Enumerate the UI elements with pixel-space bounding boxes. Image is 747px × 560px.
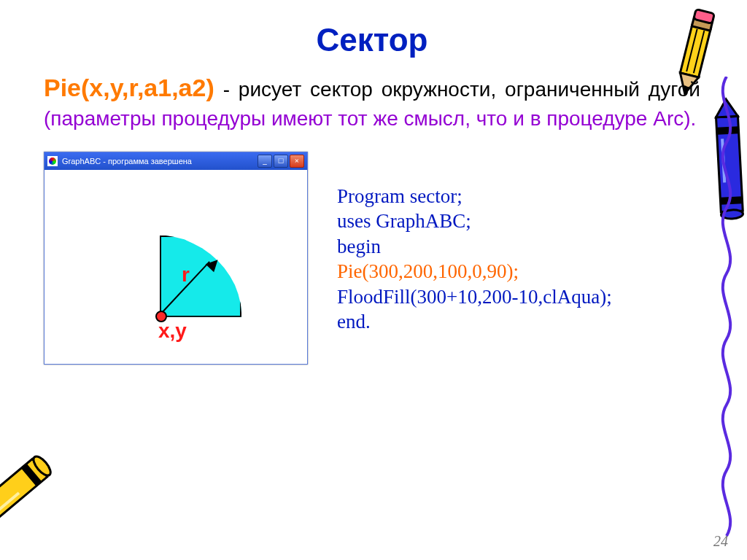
maximize-button[interactable]: □: [274, 155, 288, 168]
page-number: 24: [713, 533, 728, 550]
code-line: end.: [337, 309, 612, 335]
function-signature: Pie(x,y,r,a1,a2): [44, 74, 214, 101]
squiggle-decoration: [712, 77, 741, 543]
code-line: FloodFill(300+10,200-10,clAqua);: [337, 284, 612, 310]
label-xy: x,y: [158, 319, 187, 343]
close-button[interactable]: ×: [290, 155, 304, 168]
code-line-highlight: Pie(300,200,100,0,90);: [337, 259, 612, 284]
window-titlebar: GraphABC - программа завершена _ □ ×: [44, 152, 307, 170]
graphabc-window: GraphABC - программа завершена _ □ × r x…: [44, 152, 308, 365]
window-canvas: r x,y: [44, 170, 307, 364]
pie-sector-shape: [160, 236, 241, 317]
label-r: r: [182, 263, 190, 287]
code-line: begin: [337, 234, 612, 260]
app-icon: [47, 156, 58, 166]
minimize-button[interactable]: _: [258, 155, 272, 168]
code-block: Program sector; uses GraphABC; begin Pie…: [337, 184, 612, 335]
window-title-text: GraphABC - программа завершена: [62, 157, 192, 166]
code-line: Program sector;: [337, 184, 612, 209]
crayon-yellow-decoration: [0, 433, 75, 560]
code-line: uses GraphABC;: [337, 209, 612, 234]
description: Pie(x,y,r,a1,a2) - рисует сектор окружно…: [44, 71, 700, 133]
slide-title: Сектор: [44, 22, 700, 58]
